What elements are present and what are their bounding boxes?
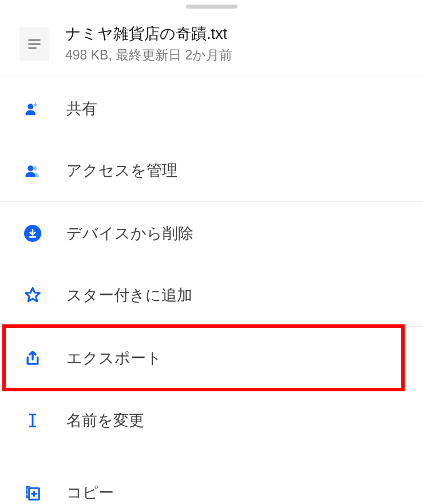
file-meta: 498 KB, 最終更新日 2か月前	[65, 46, 232, 64]
remove-device-icon	[23, 224, 42, 243]
menu-label: スター付きに追加	[66, 285, 192, 305]
menu-label: 名前を変更	[66, 410, 144, 431]
file-info: ナミヤ雑貨店の奇蹟.txt 498 KB, 最終更新日 2か月前	[65, 23, 232, 64]
menu-label: デバイスから削除	[66, 223, 193, 244]
menu-item-copy[interactable]: コピー	[0, 451, 423, 497]
export-icon	[23, 348, 42, 368]
share-icon	[23, 99, 42, 118]
menu-item-manage-access[interactable]: アクセスを管理	[0, 140, 423, 202]
menu-item-rename[interactable]: 名前を変更	[0, 389, 423, 451]
menu-item-share[interactable]: 共有	[0, 77, 423, 140]
svg-point-3	[27, 104, 33, 109]
menu-item-remove-device[interactable]: デバイスから削除	[0, 202, 423, 264]
drag-handle[interactable]	[186, 5, 238, 9]
menu-label: エクスポート	[66, 348, 162, 368]
highlight-annotation	[2, 324, 405, 391]
menu-label: アクセスを管理	[66, 160, 177, 181]
star-icon	[23, 285, 42, 305]
svg-point-5	[27, 165, 33, 171]
menu-item-export[interactable]: エクスポート	[0, 327, 423, 389]
rename-icon	[23, 411, 42, 430]
file-name: ナミヤ雑貨店の奇蹟.txt	[65, 23, 232, 44]
manage-access-icon	[23, 161, 42, 180]
menu-item-add-star[interactable]: スター付きに追加	[0, 264, 423, 327]
action-menu: 共有 アクセスを管理 デバイスから削除 スター	[0, 77, 423, 497]
file-header: ナミヤ雑貨店の奇蹟.txt 498 KB, 最終更新日 2か月前	[0, 17, 423, 77]
copy-icon	[23, 483, 42, 503]
menu-label: 共有	[66, 98, 97, 119]
menu-label: コピー	[66, 482, 114, 503]
file-type-icon	[19, 27, 49, 61]
